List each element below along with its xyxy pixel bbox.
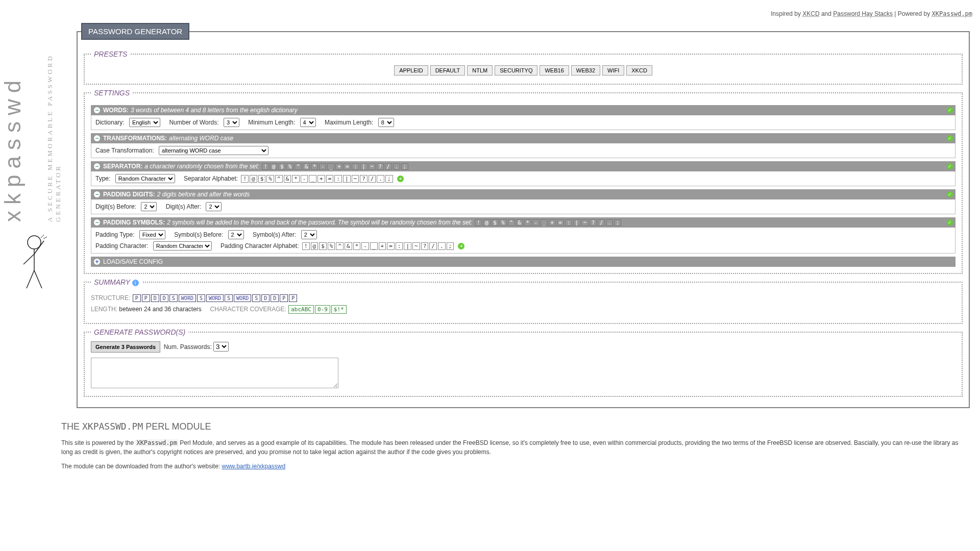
padding-symbols-header[interactable]: − PADDING SYMBOLS: 2 symbols will be add… bbox=[91, 217, 955, 228]
separator-alpha-chip[interactable]: % bbox=[266, 175, 274, 183]
link-module[interactable]: XKPasswd.pm bbox=[932, 10, 972, 17]
structure-chip: D bbox=[261, 294, 270, 302]
padding-sample-chip: ; bbox=[614, 219, 621, 226]
padding-alpha-chip[interactable]: . bbox=[438, 242, 446, 250]
collapse-icon[interactable]: − bbox=[94, 135, 100, 141]
separator-alpha-chip[interactable]: _ bbox=[309, 175, 316, 183]
output-textarea[interactable] bbox=[91, 358, 338, 388]
padding-alpha-chip[interactable]: _ bbox=[370, 242, 378, 250]
separator-alpha-chip[interactable]: ! bbox=[241, 175, 249, 183]
collapse-icon[interactable]: − bbox=[94, 219, 100, 226]
summary-legend: SUMMARY i bbox=[91, 278, 142, 286]
padding-alpha-chip[interactable]: * bbox=[353, 242, 361, 250]
padding-sample-chip: ! bbox=[475, 219, 482, 226]
separator-alpha-chip[interactable]: | bbox=[343, 175, 351, 183]
separator-alpha-chip[interactable]: $ bbox=[258, 175, 266, 183]
padding-alpha-chip[interactable]: ; bbox=[447, 242, 454, 250]
symafter-select[interactable]: 2 bbox=[301, 230, 317, 239]
words-header[interactable]: − WORDS: 3 words of between 4 and 8 lett… bbox=[91, 105, 955, 115]
separator-sample-chip: ! bbox=[262, 163, 269, 170]
add-padding-icon[interactable]: + bbox=[458, 243, 464, 249]
padding-alpha-chip[interactable]: & bbox=[345, 242, 352, 250]
padding-alpha-chip[interactable]: = bbox=[387, 242, 395, 250]
maxlen-select[interactable]: 8 bbox=[378, 118, 394, 127]
padtype-select[interactable]: Fixed bbox=[139, 230, 165, 239]
site-title: xkpasswd bbox=[0, 8, 26, 222]
password-generator-panel: PASSWORD GENERATOR PRESETS APPLEIDDEFAUL… bbox=[77, 23, 970, 408]
separator-alpha-chip[interactable]: / bbox=[369, 175, 376, 183]
symbefore-select[interactable]: 2 bbox=[228, 230, 244, 239]
collapse-icon[interactable]: − bbox=[94, 191, 100, 197]
svg-line-5 bbox=[34, 270, 42, 288]
preset-web32[interactable]: WEB32 bbox=[571, 65, 600, 76]
separator-alpha-chip[interactable]: . bbox=[377, 175, 384, 183]
padding-alpha-chip[interactable]: ~ bbox=[412, 242, 420, 250]
separator-alpha-chip[interactable]: ? bbox=[360, 175, 368, 183]
separator-alpha-chip[interactable]: - bbox=[301, 175, 308, 183]
transformations-header[interactable]: − TRANSFORMATIONS: alternating WORD case… bbox=[91, 133, 955, 143]
separator-sample-chip: / bbox=[385, 163, 392, 170]
padding-alpha-chip[interactable]: / bbox=[429, 242, 437, 250]
separator-alpha-chip[interactable]: & bbox=[284, 175, 291, 183]
padchar-select[interactable]: Random Character bbox=[153, 241, 212, 251]
case-select[interactable]: alternating WORD case bbox=[159, 146, 268, 155]
separator-alpha-chip[interactable]: ; bbox=[385, 175, 393, 183]
load-save-header[interactable]: + LOAD/SAVE CONFIG bbox=[91, 257, 955, 267]
separator-sample-chip: _ bbox=[327, 163, 334, 170]
presets-legend: PRESETS bbox=[91, 50, 130, 58]
padding-alpha-chip[interactable]: @ bbox=[311, 242, 318, 250]
case-label: Case Transformation: bbox=[95, 147, 154, 154]
padding-alpha-chip[interactable]: ? bbox=[421, 242, 429, 250]
preset-web16[interactable]: WEB16 bbox=[540, 65, 569, 76]
padding-alpha-chip[interactable]: - bbox=[361, 242, 369, 250]
preset-appleid[interactable]: APPLEID bbox=[394, 65, 428, 76]
link-xkcd[interactable]: XKCD bbox=[802, 10, 819, 17]
padding-alpha-chip[interactable]: $ bbox=[319, 242, 327, 250]
dictionary-select[interactable]: English bbox=[129, 118, 160, 127]
preset-ntlm[interactable]: NTLM bbox=[467, 65, 493, 76]
preset-wifi[interactable]: WIFI bbox=[602, 65, 624, 76]
digitsafter-select[interactable]: 2 bbox=[206, 202, 222, 211]
collapse-icon[interactable]: − bbox=[94, 107, 100, 113]
padding-sample-chip: - bbox=[532, 219, 540, 226]
padding-alpha-chip[interactable]: ^ bbox=[336, 242, 344, 250]
separator-alpha-chip[interactable]: * bbox=[292, 175, 300, 183]
separator-header[interactable]: − SEPARATOR: a character randomly chosen… bbox=[91, 161, 955, 171]
separator-alpha-chip[interactable]: ^ bbox=[275, 175, 283, 183]
info-icon[interactable]: i bbox=[132, 280, 139, 286]
numwords-select[interactable]: 3 bbox=[224, 118, 239, 127]
preset-default[interactable]: DEFAULT bbox=[430, 65, 465, 76]
settings-section: SETTINGS − WORDS: 3 words of between 4 a… bbox=[84, 89, 963, 274]
padding-alpha-chip[interactable]: | bbox=[404, 242, 411, 250]
expand-icon[interactable]: + bbox=[94, 259, 100, 265]
preset-securityq[interactable]: SECURITYQ bbox=[495, 65, 537, 76]
digitsbefore-select[interactable]: 2 bbox=[141, 202, 157, 211]
padding-alpha-chip[interactable]: + bbox=[379, 242, 386, 250]
padding-sample-chip: / bbox=[598, 219, 605, 226]
preset-xkcd[interactable]: XKCD bbox=[626, 65, 652, 76]
padding-alpha-chip[interactable]: : bbox=[396, 242, 403, 250]
separator-alpha-chip[interactable]: ~ bbox=[352, 175, 359, 183]
add-separator-icon[interactable]: + bbox=[397, 176, 404, 182]
padding-sample-chip: : bbox=[565, 219, 572, 226]
septype-select[interactable]: Random Character bbox=[115, 174, 175, 183]
separator-alpha-chip[interactable]: @ bbox=[250, 175, 257, 183]
generate-button[interactable]: Generate 3 Passwords bbox=[91, 341, 160, 353]
separator-body: Type: Random Character Separator Alphabe… bbox=[91, 171, 955, 186]
numpw-select[interactable]: 3 bbox=[213, 342, 229, 352]
padding-alpha-chip[interactable]: ! bbox=[302, 242, 310, 250]
padding-alpha-chip[interactable]: % bbox=[328, 242, 335, 250]
padding-sample-chip: % bbox=[500, 219, 507, 226]
minlen-select[interactable]: 4 bbox=[300, 118, 316, 127]
separator-alpha-chip[interactable]: + bbox=[317, 175, 325, 183]
septype-label: Type: bbox=[95, 175, 110, 182]
padding-sample-chip: + bbox=[549, 219, 556, 226]
link-haystacks[interactable]: Password Hay Stacks bbox=[833, 10, 893, 17]
separator-alpha-chip[interactable]: = bbox=[326, 175, 334, 183]
collapse-icon[interactable]: − bbox=[94, 163, 100, 169]
separator-sample-chip: ? bbox=[377, 163, 384, 170]
padding-symbols-body: Padding Type: Fixed Symbol(s) Before: 2 … bbox=[91, 228, 955, 254]
author-link[interactable]: www.bartb.ie/xkpasswd bbox=[222, 463, 285, 470]
separator-alpha-chip[interactable]: : bbox=[334, 175, 342, 183]
padding-digits-header[interactable]: − PADDING DIGITS: 2 digits before and af… bbox=[91, 189, 955, 199]
